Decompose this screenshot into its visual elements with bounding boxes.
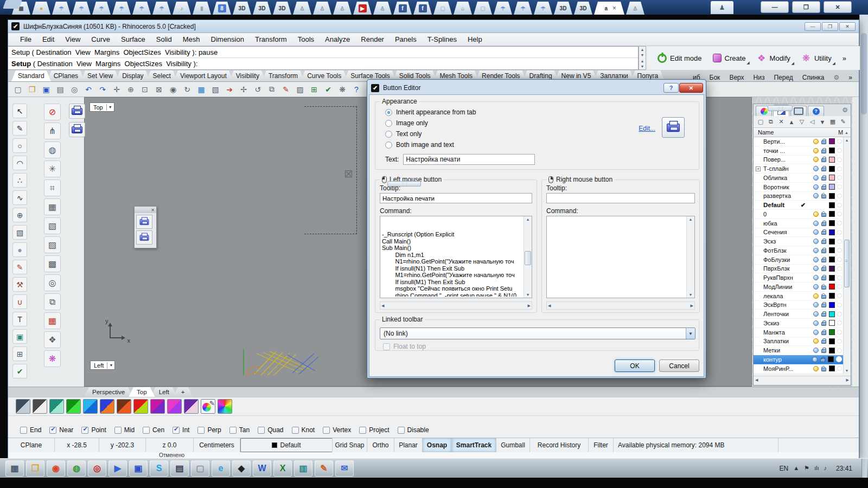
taskbar-app-button[interactable]: ❒ — [26, 460, 44, 477]
layer-name[interactable]: 0 — [762, 211, 812, 217]
right-toolbar-tab[interactable]: Низ — [754, 74, 765, 81]
material-circle[interactable] — [837, 239, 842, 244]
mode-button[interactable]: Create ◢ — [709, 52, 750, 65]
layer-row[interactable]: + Default ✔ — [754, 201, 843, 210]
layer-row[interactable]: + юбка ✔ — [754, 219, 843, 228]
layer-tool-icon[interactable]: ▼ — [818, 117, 827, 127]
browser-tab[interactable]: ☂ ✕ — [112, 2, 131, 15]
osnap-option[interactable]: Point — [81, 426, 106, 434]
tray-icon[interactable]: ⚑ — [804, 465, 809, 472]
osnap-option[interactable]: Cen — [143, 426, 164, 434]
command-hscrollbar[interactable]: ◀ ▶ — [546, 301, 695, 310]
layer-row[interactable]: + Эскз ✔ — [754, 237, 843, 246]
status-cell[interactable]: z 0.0 — [146, 438, 194, 452]
layer-row[interactable]: + лекала ✔ — [754, 292, 843, 301]
material-circle[interactable] — [837, 175, 842, 180]
bulb-icon[interactable] — [813, 284, 819, 290]
toolbar-icon[interactable]: ✢ — [237, 83, 250, 96]
bulb-icon[interactable] — [813, 266, 819, 271]
material-circle[interactable] — [837, 284, 842, 289]
viewport-tab[interactable]: + — [173, 387, 193, 397]
bulb-icon[interactable] — [813, 175, 819, 181]
taskbar-app-button[interactable]: W — [253, 460, 271, 477]
taskbar-app-button[interactable]: ▶ — [108, 460, 127, 477]
material-circle[interactable] — [837, 221, 842, 226]
palette-tool-icon[interactable]: ▩ — [44, 255, 61, 272]
menu-item[interactable]: Surface — [116, 34, 151, 44]
button-image-preview[interactable] — [662, 117, 685, 138]
viewport-title-dropdown[interactable]: Top ▼ — [90, 102, 114, 112]
menu-item[interactable]: Analyze — [320, 34, 355, 44]
layer-color-swatch[interactable] — [829, 348, 835, 354]
menu-item[interactable]: View — [60, 34, 86, 44]
layer-row[interactable]: + Повер... ✔ — [754, 156, 843, 165]
layer-name[interactable]: Облипка — [762, 175, 812, 181]
lock-icon[interactable] — [821, 267, 826, 271]
color-swatch[interactable] — [167, 399, 182, 414]
color-swatch[interactable] — [66, 399, 81, 414]
lock-icon[interactable] — [821, 286, 826, 290]
appearance-radio-option[interactable]: Text only — [385, 130, 422, 138]
layer-color-swatch[interactable] — [829, 275, 835, 281]
viewport-tab[interactable]: Perspective — [84, 387, 133, 397]
bulb-icon[interactable] — [813, 330, 819, 335]
menu-item[interactable]: Solid — [151, 34, 177, 44]
lock-icon[interactable] — [821, 177, 826, 181]
layer-row[interactable]: + Метки ✔ — [754, 346, 843, 355]
panel-tab[interactable] — [808, 106, 824, 116]
layer-name[interactable]: Верти... — [762, 138, 812, 145]
checkbox[interactable] — [323, 427, 330, 434]
layer-name[interactable]: Сечения — [762, 229, 812, 235]
mode-button[interactable]: Edit mode ◢ — [654, 52, 706, 65]
cancel-button[interactable]: Cancel — [659, 359, 699, 372]
layer-color-swatch[interactable] — [829, 247, 835, 253]
palette-tool-icon[interactable]: ▧ — [44, 217, 61, 234]
chevron-down-icon[interactable]: ▼ — [686, 328, 695, 339]
toolbar-icon[interactable]: ❒ — [25, 83, 39, 96]
palette-tool-icon[interactable]: ▧ — [12, 225, 27, 240]
toolbar-tab[interactable]: Select — [146, 70, 177, 81]
name-column-header[interactable]: Name — [758, 129, 774, 136]
bulb-icon[interactable] — [813, 157, 819, 162]
spin-up-icon[interactable]: ▲ — [641, 59, 644, 63]
toolbar-tab[interactable]: Set View — [81, 70, 119, 81]
left-command-box[interactable]: -_Runscript (Option ExplicitCall Main()S… — [380, 216, 532, 298]
menu-item[interactable]: Edit — [37, 34, 60, 44]
scroll-left-icon[interactable]: ◀ — [381, 304, 384, 308]
browser-tab[interactable]: a ✕ — [594, 2, 624, 15]
bulb-icon[interactable] — [813, 148, 819, 153]
status-cell[interactable]: Grid Snap — [333, 438, 367, 452]
bulb-icon[interactable] — [813, 211, 819, 217]
bulb-icon[interactable] — [813, 348, 819, 353]
print-setup-button[interactable] — [69, 104, 85, 119]
help-button[interactable]: ? — [663, 83, 679, 93]
floating-toolbar[interactable]: ✕ — [134, 206, 157, 248]
appearance-radio-option[interactable]: Image only — [385, 119, 428, 127]
bulb-icon[interactable] — [813, 257, 819, 262]
material-column-header[interactable]: M — [838, 129, 843, 136]
browser-tab[interactable]: ♙ ✕ — [313, 2, 331, 15]
palette-tool-icon[interactable]: ◎ — [44, 274, 61, 291]
layer-color-swatch[interactable] — [829, 147, 835, 153]
browser-tab[interactable]: ● ✕ — [32, 2, 50, 15]
vscrollbar-thumb[interactable] — [844, 240, 850, 287]
floating-toolbar-header[interactable]: ✕ — [135, 207, 156, 213]
viewport-tab[interactable]: Top — [129, 387, 155, 397]
tray-icon[interactable]: ♪ — [824, 465, 827, 472]
osnap-option[interactable]: Vertex — [323, 426, 351, 434]
command-scrollbar[interactable]: ▲ ▼ ▲ ▼ — [639, 46, 646, 70]
browser-tab[interactable]: ♙ ✕ — [626, 2, 644, 15]
dialog-titlebar[interactable]: Button Editor ? ✕ — [369, 81, 704, 94]
print-setup-button[interactable] — [69, 122, 85, 137]
layer-tool-icon[interactable]: ▲ — [787, 117, 796, 127]
lock-icon[interactable] — [821, 249, 826, 253]
scroll-left-icon[interactable]: ◀ — [755, 378, 758, 382]
lock-icon[interactable] — [821, 222, 826, 226]
status-cell[interactable]: y -202.3 — [99, 438, 146, 452]
layer-row[interactable]: + ФоБлузки ✔ — [754, 255, 843, 265]
taskbar-app-button[interactable]: ◎ — [88, 460, 106, 477]
taskbar-app-button[interactable]: e — [212, 460, 230, 477]
palette-tool-icon[interactable]: ✔ — [12, 364, 27, 378]
lock-icon[interactable] — [821, 158, 826, 162]
taskbar-app-button[interactable]: ✉ — [335, 460, 354, 477]
